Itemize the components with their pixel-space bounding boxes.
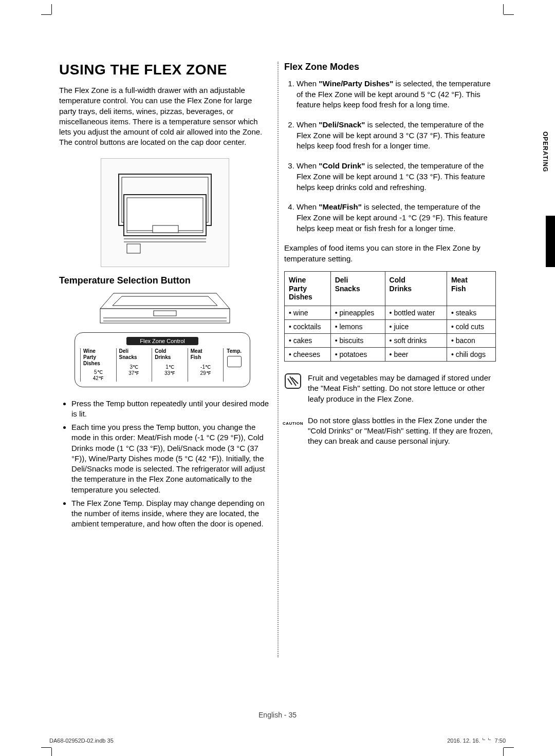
footer-file-ref: DA68-02952D-02.indb 35: [49, 738, 114, 744]
table-row: cocktails lemons juice cold cuts: [285, 320, 496, 334]
note-box: Fruit and vegetables may be damaged if s…: [284, 373, 496, 404]
panel-col-wine: Wine Party Dishes 5℃42℉: [80, 348, 116, 382]
list-item: When "Deli/Snack" is selected, the tempe…: [297, 120, 496, 152]
page-number: English - 35: [0, 711, 555, 719]
flex-zone-control-panel: Flex Zone Control Wine Party Dishes 5℃42…: [75, 332, 250, 387]
caution-label: CAUTION: [283, 421, 303, 427]
list-item: Press the Temp button repeatedly until y…: [71, 399, 271, 420]
list-item: When "Meat/Fish" is selected, the temper…: [297, 202, 496, 234]
intro-paragraph: The Flex Zone is a full-width drawer wit…: [59, 85, 271, 148]
svg-rect-8: [127, 244, 140, 253]
list-item: When "Wine/Party Dishes" is selected, th…: [297, 79, 496, 110]
table-header: Wine Party Dishes: [285, 271, 331, 306]
panel-title: Flex Zone Control: [126, 337, 198, 345]
subheading: Temperature Selection Button: [59, 275, 271, 286]
list-item: Each time you press the Temp button, you…: [71, 422, 271, 495]
table-row: cakes biscuits soft drinks bacon: [285, 334, 496, 348]
table-header: Meat Fish: [447, 271, 495, 306]
temp-button-label: Temp.: [227, 348, 242, 354]
panel-col-meat: Meat Fish -1℃29℉: [188, 348, 224, 382]
side-tab: OPERATING: [534, 128, 555, 203]
column-divider: [278, 62, 279, 657]
list-item: The Flex Zone Temp. Display may change d…: [71, 498, 271, 530]
side-tab-marker: [546, 216, 555, 267]
temp-button[interactable]: [227, 356, 242, 367]
panel-col-deli: Deli Snacks 3℃37℉: [116, 348, 152, 382]
note-text: Fruit and vegetables may be damaged if s…: [308, 373, 496, 404]
section-title: Flex Zone Modes: [284, 62, 496, 72]
food-examples-table: Wine Party Dishes Deli Snacks Cold Drink…: [284, 271, 496, 362]
table-header: Deli Snacks: [330, 271, 385, 306]
table-row: wine pineapples bottled water steaks: [285, 306, 496, 320]
side-tab-label: OPERATING: [542, 128, 549, 203]
panel-col-cold: Cold Drinks 1℃33℉: [152, 348, 188, 382]
page-title: USING THE FLEX ZONE: [59, 62, 271, 78]
list-item: When "Cold Drink" is selected, the tempe…: [297, 161, 496, 193]
drawer-top-sketch: [59, 291, 271, 328]
footer-timestamp: 2016. 12. 16. ᄂᄂ 7:50: [447, 738, 506, 744]
temp-button-instructions: Press the Temp button repeatedly until y…: [59, 399, 271, 530]
flex-zone-drawer-icon: [108, 164, 221, 261]
note-icon: [284, 373, 302, 389]
svg-marker-10: [113, 296, 217, 306]
svg-rect-12: [154, 311, 176, 316]
caution-icon: CAUTION: [284, 415, 302, 432]
caution-box: CAUTION Do not store glass bottles in th…: [284, 415, 496, 447]
examples-intro: Examples of food items you can store in …: [284, 243, 496, 264]
flex-zone-modes-list: When "Wine/Party Dishes" is selected, th…: [284, 79, 496, 234]
table-header: Cold Drinks: [385, 271, 447, 306]
table-row: cheeses potatoes beer chili dogs: [285, 348, 496, 362]
temp-button-group: Temp.: [223, 348, 245, 382]
caution-text: Do not store glass bottles in the Flex Z…: [308, 415, 496, 447]
svg-rect-5: [153, 225, 178, 233]
drawer-outer-figure: [59, 158, 271, 267]
